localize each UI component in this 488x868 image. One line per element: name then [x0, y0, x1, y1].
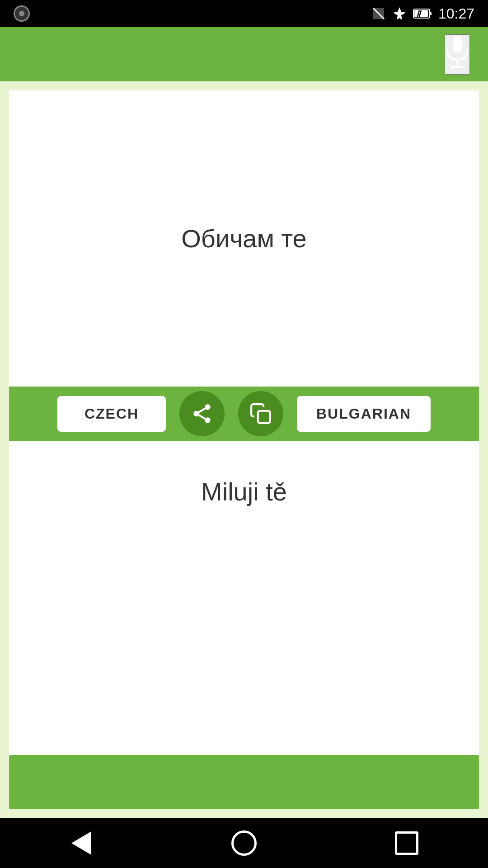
- translated-panel[interactable]: Miluji tě: [9, 441, 479, 755]
- camera-icon: [14, 5, 30, 22]
- copy-icon: [249, 402, 272, 425]
- svg-rect-3: [430, 12, 432, 15]
- svg-line-13: [199, 415, 205, 419]
- nav-home-button[interactable]: [221, 825, 267, 861]
- mic-icon: [446, 35, 469, 68]
- svg-point-12: [205, 417, 211, 423]
- svg-line-14: [199, 409, 205, 412]
- svg-rect-15: [258, 411, 270, 423]
- svg-rect-7: [453, 36, 462, 52]
- sim-icon: [371, 6, 386, 21]
- language-bar: CZECH BULGARIAN: [9, 387, 479, 441]
- main-content: Обичам те CZECH BULGARIAN Miluji tě: [0, 81, 488, 818]
- airplane-icon: [392, 6, 407, 21]
- nav-recent-button[interactable]: [384, 825, 429, 861]
- source-panel[interactable]: Обичам те: [9, 90, 479, 387]
- target-language-button[interactable]: BULGARIAN: [297, 396, 431, 432]
- mic-button[interactable]: [445, 34, 470, 75]
- status-bar-left: [14, 5, 30, 22]
- svg-point-10: [205, 404, 211, 410]
- share-button[interactable]: [179, 391, 225, 436]
- share-icon: [191, 402, 213, 425]
- nav-bar: [0, 818, 488, 868]
- source-text: Обичам те: [163, 206, 324, 271]
- app-header: [0, 27, 488, 81]
- svg-point-11: [193, 411, 199, 417]
- battery-icon: [413, 7, 432, 20]
- status-time: 10:27: [438, 5, 474, 22]
- source-language-button[interactable]: CZECH: [57, 396, 166, 432]
- translated-text: Miluji tě: [9, 459, 479, 524]
- copy-button[interactable]: [238, 391, 283, 436]
- bottom-action-bar: [9, 755, 479, 809]
- status-bar: 10:27: [0, 0, 488, 27]
- status-bar-right: 10:27: [371, 5, 474, 22]
- nav-back-button[interactable]: [59, 825, 104, 861]
